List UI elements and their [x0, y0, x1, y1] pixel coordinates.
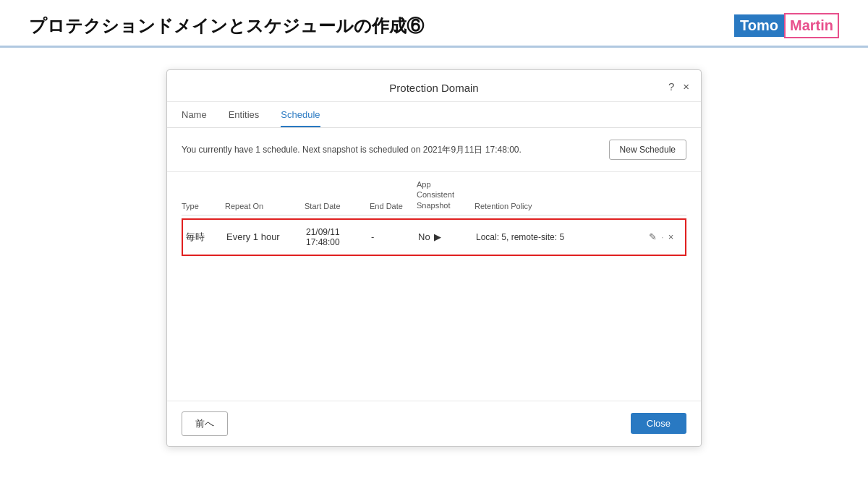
back-button[interactable]: 前へ [182, 411, 228, 436]
row-repeat-on: Every 1 hour [226, 231, 306, 242]
row-end-date: - [371, 231, 418, 242]
dialog-controls: ? × [668, 80, 689, 92]
schedule-info-text: You currently have 1 schedule. Next snap… [182, 144, 522, 156]
row-app-consistent: No ▶ [418, 231, 476, 242]
edit-icon[interactable]: ✎ [649, 231, 657, 242]
protection-domain-dialog: Protection Domain ? × Name Entities Sche… [166, 69, 702, 447]
table-header-row: Type Repeat On Start Date End Date AppCo… [182, 172, 686, 215]
row-start-date: 21/09/11 17:48:00 [306, 227, 371, 247]
col-header-type: Type [182, 202, 225, 210]
close-icon[interactable]: × [683, 80, 689, 92]
schedule-table: Type Repeat On Start Date End Date AppCo… [167, 172, 701, 256]
tab-entities[interactable]: Entities [229, 109, 260, 127]
row-type: 毎時 [183, 231, 226, 244]
col-header-start-date: Start Date [305, 202, 370, 210]
main-content: Protection Domain ? × Name Entities Sche… [0, 48, 868, 469]
dialog-title: Protection Domain [182, 82, 686, 94]
table-row: 毎時 Every 1 hour 21/09/11 17:48:00 - No ▶… [182, 218, 686, 256]
page-header: プロテクションドメインとスケジュールの作成⑥ TomoMartin [0, 0, 868, 48]
cursor-indicator: ▶ [434, 231, 441, 242]
col-header-app-consistent: AppConsistentSnapshot [417, 179, 475, 210]
logo-tomo: Tomo [734, 14, 784, 37]
page-background: プロテクションドメインとスケジュールの作成⑥ TomoMartin Protec… [0, 0, 868, 491]
dialog-footer: 前へ Close [167, 401, 701, 446]
dialog-titlebar: Protection Domain ? × [167, 70, 701, 102]
row-actions: ✎ · × [649, 231, 685, 242]
new-schedule-button[interactable]: New Schedule [609, 140, 686, 160]
logo: TomoMartin [734, 13, 839, 38]
page-title: プロテクションドメインとスケジュールの作成⑥ [29, 14, 424, 38]
row-retention-policy: Local: 5, remote-site: 5 [476, 232, 649, 242]
tab-bar: Name Entities Schedule [167, 102, 701, 128]
delete-icon[interactable]: × [668, 231, 674, 242]
tab-name[interactable]: Name [182, 109, 207, 127]
col-header-repeat-on: Repeat On [225, 202, 305, 210]
logo-martin: Martin [784, 13, 839, 38]
close-button[interactable]: Close [631, 413, 686, 434]
tab-schedule[interactable]: Schedule [281, 109, 320, 127]
col-header-end-date: End Date [370, 202, 417, 210]
col-header-retention-policy: Retention Policy [475, 202, 650, 210]
help-icon[interactable]: ? [668, 80, 674, 92]
schedule-info-bar: You currently have 1 schedule. Next snap… [167, 128, 701, 172]
